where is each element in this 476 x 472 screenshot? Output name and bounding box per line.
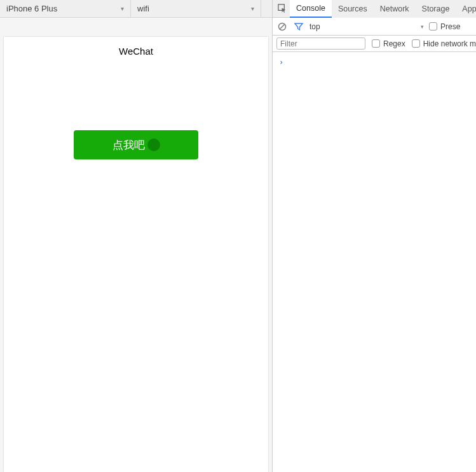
app-title: WeChat <box>4 37 268 62</box>
caret-down-icon: ▾ <box>121 5 124 12</box>
svg-line-2 <box>280 24 284 29</box>
caret-down-icon: ▾ <box>251 5 254 12</box>
regex-wrap: Regex <box>372 39 405 48</box>
console-prompt-icon: › <box>279 58 283 67</box>
tab-console[interactable]: Console <box>290 0 332 18</box>
phone-frame: WeChat 点我吧 <box>4 37 268 472</box>
device-toolbar: iPhone 6 Plus ▾ wifi ▾ <box>0 0 272 18</box>
tab-sources[interactable]: Sources <box>332 0 374 18</box>
caret-down-icon: ▾ <box>421 24 424 30</box>
devtools-tabbar: Console Sources Network Storage AppD <box>273 0 476 18</box>
button-label: 点我吧 <box>112 138 145 152</box>
preview-area: WeChat 点我吧 <box>0 18 272 472</box>
preserve-log-checkbox[interactable] <box>429 22 437 30</box>
context-select[interactable]: top ▾ <box>309 22 424 31</box>
preserve-log-wrap: Prese <box>429 22 460 31</box>
filter-input[interactable] <box>276 37 365 50</box>
network-select[interactable]: wifi ▾ <box>131 0 261 17</box>
console-toolbar: top ▾ Prese <box>273 18 476 36</box>
regex-checkbox[interactable] <box>372 39 380 48</box>
hide-network-checkbox[interactable] <box>412 39 420 48</box>
filter-icon[interactable] <box>293 21 304 32</box>
preserve-log-label: Prese <box>440 22 460 31</box>
hide-network-wrap: Hide network me <box>412 39 476 48</box>
tab-appdata[interactable]: AppD <box>456 0 476 18</box>
indicator-dot-icon <box>147 138 160 151</box>
inspect-element-icon[interactable] <box>278 0 287 18</box>
button-container: 点我吧 <box>4 130 268 159</box>
clear-console-icon[interactable] <box>276 21 288 32</box>
devtools-panel: Console Sources Network Storage AppD top… <box>273 0 476 472</box>
regex-label: Regex <box>383 39 405 48</box>
console-filter-row: Regex Hide network me <box>273 36 476 52</box>
device-model-select[interactable]: iPhone 6 Plus ▾ <box>0 0 131 17</box>
console-body[interactable]: › <box>273 52 476 472</box>
tab-network[interactable]: Network <box>374 0 416 18</box>
context-label: top <box>309 22 320 31</box>
device-model-label: iPhone 6 Plus <box>6 4 57 13</box>
main-action-button[interactable]: 点我吧 <box>74 130 198 159</box>
tab-storage[interactable]: Storage <box>416 0 456 18</box>
network-label: wifi <box>137 4 149 13</box>
hide-network-label: Hide network me <box>423 39 476 48</box>
device-preview-panel: iPhone 6 Plus ▾ wifi ▾ WeChat 点我吧 <box>0 0 273 472</box>
